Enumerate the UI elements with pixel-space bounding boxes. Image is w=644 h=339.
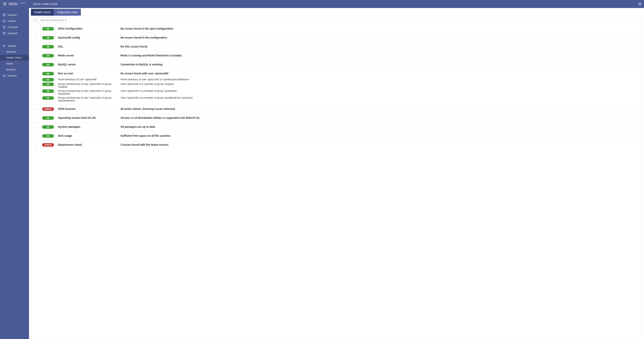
check-name: System packages <box>58 125 119 128</box>
sidebar-item-support[interactable]: Support <box>0 72 29 78</box>
expand-toggle[interactable] <box>36 46 38 48</box>
headset-icon <box>3 74 6 77</box>
status-badge: OK <box>42 82 54 86</box>
laptop-icon <box>3 20 6 22</box>
subcheck-name: Group membership of user 'opsiconfd' in … <box>58 82 119 88</box>
brand: OPSI 4.3.21 <box>3 2 25 6</box>
apps-grid-icon[interactable] <box>638 2 641 6</box>
expand-all-button[interactable] <box>32 17 38 23</box>
check-message: Redis is running and RedisTimeSeries is … <box>120 54 639 57</box>
check-message: Connection to MySQL is working. <box>120 63 639 66</box>
health-check-panel: OKOPSI ConfigurationNo issues found in t… <box>31 16 641 336</box>
subchecks: OKHome directory of user 'opsiconfd'Home… <box>31 78 641 104</box>
sidebar-item-label: System <box>8 44 16 47</box>
subcheck-message: User 'opsiconfd' is a member of group 's… <box>120 82 639 86</box>
check-row: OKSSLNo SSL issues found. <box>31 42 641 51</box>
status-badge: OK <box>42 96 54 100</box>
sitemap-icon <box>3 32 6 35</box>
check-name: MySQL server <box>58 63 119 66</box>
subcheck-message: User 'opsiconfd' is a member of group 'o… <box>120 90 639 92</box>
chevron-down-icon <box>16 14 18 16</box>
subcheck-message: User 'opsiconfd' is a member of group 'o… <box>120 96 639 99</box>
status-badge: OK <box>42 78 54 82</box>
svg-rect-6 <box>3 20 5 21</box>
check-row: OKMySQL serverConnection to MySQL is wor… <box>31 60 641 69</box>
expand-toggle[interactable] <box>36 108 38 111</box>
svg-rect-11 <box>3 76 4 76</box>
tools-icon <box>3 44 6 47</box>
filter-input[interactable] <box>38 17 70 23</box>
sidebar-subitem-health-check[interactable]: Health Check <box>0 55 29 61</box>
tab-health-check[interactable]: Health Check <box>31 9 54 16</box>
check-row: OKOpsiconfd configNo issues found in the… <box>31 33 641 42</box>
sidebar-subitem-admin[interactable]: Admin <box>0 61 29 66</box>
check-message: 48 active clients, licensing issues dete… <box>120 107 639 110</box>
tab-diagnostics-data[interactable]: Diagnostics Data <box>54 9 81 16</box>
check-name: Operating System End Of Life <box>58 116 119 119</box>
checks-list[interactable]: OKOPSI ConfigurationNo issues found in t… <box>31 24 641 336</box>
sidebar-item-produkte[interactable]: Produkte <box>0 24 29 30</box>
check-row: OKOperating System End Of LifeVersion 11… <box>31 114 641 122</box>
page-title: Server Health Check <box>33 2 58 6</box>
svg-rect-1 <box>639 3 640 4</box>
sidebar-item-label: Health Check <box>6 56 22 59</box>
subcheck-row: OKHome directory of user 'opsiconfd'Home… <box>31 78 641 82</box>
svg-rect-3 <box>639 4 640 5</box>
filter-row <box>31 16 641 24</box>
status-badge: OK <box>42 72 54 75</box>
sidebar-item-system[interactable]: System <box>0 43 29 49</box>
status-badge: ERROR <box>42 107 54 111</box>
double-chevron-down-icon <box>34 19 37 22</box>
status-badge: OK <box>42 54 54 58</box>
check-name: OPSI licenses <box>58 107 119 110</box>
subcheck-row: OKGroup membership of user 'opsiconfd' i… <box>31 89 641 96</box>
check-message: No issues found with user 'opsiconfd'. <box>120 72 639 75</box>
status-badge: OK <box>42 45 54 48</box>
check-name: Redis server <box>58 54 119 57</box>
topbar: OPSI 4.3.21 Server Health Check <box>0 0 644 8</box>
subcheck-name: Group membership of user 'opsiconfd' in … <box>58 90 119 95</box>
expand-toggle[interactable] <box>36 36 38 40</box>
check-name: Opsiconfd config <box>58 36 119 39</box>
check-message: No SSL issues found. <box>120 45 639 48</box>
subcheck-name: Group membership of user 'opsiconfd' in … <box>58 96 119 102</box>
sidebar-item-label: Clients <box>8 20 16 22</box>
chevron-down-icon <box>16 44 18 47</box>
expand-toggle[interactable] <box>36 28 38 30</box>
cube-icon <box>3 26 6 28</box>
svg-point-0 <box>4 3 5 4</box>
sidebar-item-label: Produkte <box>8 26 18 28</box>
subcheck-row: OKGroup membership of user 'opsiconfd' i… <box>31 96 641 102</box>
check-name: SSL <box>58 45 119 48</box>
status-badge: OK <box>42 116 54 120</box>
svg-point-5 <box>3 14 5 14</box>
check-message: Version 11 of distribution debian is sup… <box>120 116 639 119</box>
check-message: No issues found in the opsi configuratio… <box>120 27 639 30</box>
sidebar-subitem-modules[interactable]: Modules <box>0 66 29 72</box>
status-badge: OK <box>42 134 54 138</box>
subcheck-row: OKGroup membership of user 'opsiconfd' i… <box>31 82 641 89</box>
sidebar-subitem-terminal[interactable]: Terminal <box>0 49 29 55</box>
expand-toggle[interactable] <box>36 126 38 129</box>
expand-toggle[interactable] <box>36 72 38 75</box>
check-message: All packages are up to date. <box>120 125 639 128</box>
check-row: OKSystem packagesAll packages are up to … <box>31 122 641 131</box>
tabs: Health CheckDiagnostics Data <box>31 9 641 16</box>
check-name: Run as user <box>58 72 119 75</box>
sidebar-item-servers[interactable]: Servers <box>0 12 29 18</box>
check-message: Sufficient free space on all file system… <box>120 134 639 137</box>
check-message: 3 issues found with the depot servers. <box>120 143 639 146</box>
expand-toggle[interactable] <box>36 144 38 146</box>
brand-name: OPSI <box>8 2 18 6</box>
sidebar-item-label: Terminal <box>6 50 16 53</box>
sidebar-item-gruppen[interactable]: Gruppen <box>0 30 29 36</box>
svg-rect-12 <box>5 76 5 76</box>
status-badge: OK <box>42 63 54 66</box>
svg-rect-4 <box>640 4 641 5</box>
status-badge: ERROR <box>42 143 54 146</box>
sidebar-item-clients[interactable]: Clients <box>0 18 29 24</box>
sidebar-item-label: Servers <box>8 14 16 16</box>
status-badge: OK <box>42 125 54 129</box>
check-row: OKRun as userNo issues found with user '… <box>31 69 641 78</box>
chevron-down-icon <box>16 20 17 22</box>
